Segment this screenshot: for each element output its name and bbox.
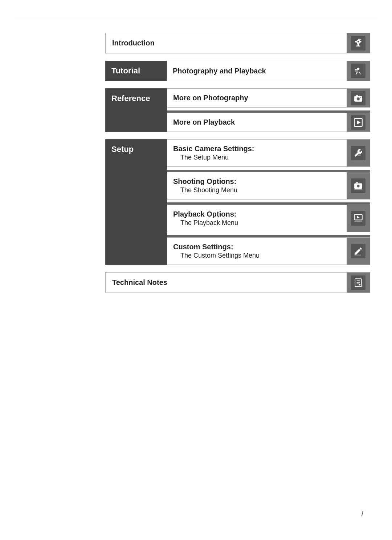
svg-point-6 <box>357 98 359 100</box>
more-playback-icon-wrap <box>347 113 370 132</box>
setup-right: Basic Camera Settings: The Setup Menu Sh… <box>167 139 370 265</box>
shooting-options-entry[interactable]: Shooting Options: The Shooting Menu <box>167 172 370 200</box>
svg-rect-20 <box>354 255 362 255</box>
notepad-svg <box>354 278 363 287</box>
top-rule <box>15 19 377 19</box>
pencil-menu-icon <box>351 244 366 258</box>
photography-playback-icon-wrap <box>347 61 370 81</box>
custom-settings-icon-wrap <box>347 238 370 265</box>
shooting-options-subtitle: The Shooting Menu <box>173 186 341 194</box>
svg-rect-19 <box>354 221 362 222</box>
camera-icon <box>351 91 366 105</box>
tutorial-cat: Tutorial <box>105 61 167 81</box>
photography-playback-text: Photography and Playback <box>167 61 347 81</box>
wrench-svg <box>354 148 363 158</box>
play-menu-svg <box>354 214 363 223</box>
custom-settings-entry[interactable]: Custom Settings: The Custom Settings Men… <box>167 237 370 265</box>
reference-section[interactable]: Reference More on Photography <box>105 88 370 132</box>
custom-settings-text: Custom Settings: The Custom Settings Men… <box>167 238 347 265</box>
introduction-title: Introduction <box>112 39 155 47</box>
play-menu-icon <box>351 211 366 226</box>
technical-notes-text: Technical Notes <box>106 273 347 293</box>
camera-menu-svg <box>354 181 363 190</box>
toc-container: Introduction Tutorial Photography and Pl… <box>105 33 370 300</box>
playback-options-text: Playback Options: The Playback Menu <box>167 205 347 232</box>
camera-person-icon <box>351 64 366 78</box>
svg-rect-11 <box>358 154 361 156</box>
svg-rect-16 <box>354 189 362 190</box>
playback-options-title: Playback Options: <box>173 210 341 218</box>
camera-svg <box>354 93 363 103</box>
technical-notes-icon-wrap <box>347 273 370 293</box>
playback-options-subtitle: The Playback Menu <box>173 219 341 227</box>
svg-rect-7 <box>356 95 358 96</box>
photography-playback-title: Photography and Playback <box>173 67 341 75</box>
playback-options-entry[interactable]: Playback Options: The Playback Menu <box>167 205 370 232</box>
camera-menu-icon <box>351 178 366 193</box>
camera-person-svg <box>354 66 363 76</box>
more-playback-text: More on Playback <box>167 113 347 132</box>
reference-cat: Reference <box>105 88 167 132</box>
more-photography-entry[interactable]: More on Photography <box>167 88 370 108</box>
introduction-icon-box <box>347 33 370 53</box>
more-playback-entry[interactable]: More on Playback <box>167 113 370 132</box>
play-icon <box>351 115 366 130</box>
more-photography-icon-wrap <box>347 89 370 107</box>
introduction-entry[interactable]: Introduction <box>105 33 370 53</box>
tutorial-label: Tutorial <box>111 66 140 76</box>
play-svg <box>354 118 363 127</box>
notepad-icon <box>351 275 366 290</box>
svg-point-14 <box>358 185 359 187</box>
svg-marker-10 <box>357 120 361 124</box>
rooster-svg <box>354 39 363 48</box>
page-number: i <box>362 510 363 518</box>
shooting-options-text: Shooting Options: The Shooting Menu <box>167 172 347 199</box>
more-photography-text: More on Photography <box>167 89 347 107</box>
basic-settings-entry[interactable]: Basic Camera Settings: The Setup Menu <box>167 139 370 167</box>
tutorial-right: Photography and Playback <box>167 61 370 81</box>
reference-right: More on Photography <box>167 88 370 132</box>
svg-rect-15 <box>356 182 358 183</box>
rooster-icon <box>351 36 366 51</box>
svg-point-8 <box>360 97 361 97</box>
basic-settings-icon-wrap <box>347 140 370 166</box>
basic-settings-subtitle: The Setup Menu <box>173 154 341 161</box>
setup-cat: Setup <box>105 139 167 265</box>
basic-settings-title: Basic Camera Settings: <box>173 145 341 153</box>
custom-settings-title: Custom Settings: <box>173 243 341 251</box>
svg-marker-1 <box>361 39 362 40</box>
reference-label: Reference <box>111 94 150 103</box>
shooting-options-icon-wrap <box>347 172 370 199</box>
shooting-options-title: Shooting Options: <box>173 177 341 186</box>
tutorial-section[interactable]: Tutorial Photography and Playback <box>105 61 370 81</box>
technical-notes-entry[interactable]: Technical Notes <box>105 272 370 293</box>
more-photography-title: More on Photography <box>173 94 341 102</box>
introduction-text: Introduction <box>106 33 347 53</box>
wrench-icon <box>351 146 366 160</box>
setup-section[interactable]: Setup Basic Camera Settings: The Setup M… <box>105 139 370 265</box>
more-playback-title: More on Playback <box>173 118 341 126</box>
setup-label: Setup <box>111 145 134 154</box>
custom-settings-subtitle: The Custom Settings Menu <box>173 252 341 259</box>
svg-marker-18 <box>357 216 360 219</box>
pencil-menu-svg <box>354 246 363 256</box>
svg-rect-21 <box>355 279 361 287</box>
basic-settings-text: Basic Camera Settings: The Setup Menu <box>167 140 347 166</box>
technical-notes-title: Technical Notes <box>112 278 167 287</box>
playback-options-icon-wrap <box>347 205 370 232</box>
